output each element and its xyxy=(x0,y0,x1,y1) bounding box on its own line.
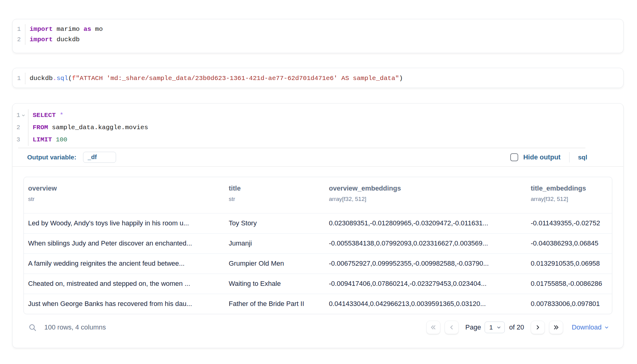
column-name: title_embeddings xyxy=(531,184,612,192)
chevron-down-icon xyxy=(496,325,501,330)
code-token: duckdb xyxy=(53,36,80,43)
column-type: array[f32, 512] xyxy=(329,196,526,202)
code-token: sql xyxy=(56,75,68,82)
code-text: import duckdb xyxy=(30,35,80,45)
table-row: Led by Woody, Andy's toys live happily i… xyxy=(24,213,612,233)
result-table: overviewstrtitlestroverview_embeddingsar… xyxy=(24,177,612,314)
column-type: str xyxy=(229,196,325,202)
fold-spacer xyxy=(21,138,26,142)
line-number: 2 xyxy=(17,35,21,45)
table-cell: -0.040386293,0.06845 xyxy=(526,234,612,253)
table-cell: Father of the Bride Part II xyxy=(224,294,325,314)
code-token: sample_data.kaggle.movies xyxy=(48,124,148,131)
code-line: 2FROM sample_data.kaggle.movies xyxy=(13,122,623,134)
code-token: FROM xyxy=(33,124,48,131)
table-cell: 0.01755858,-0.0086286 xyxy=(526,274,612,294)
hide-output-label[interactable]: Hide output xyxy=(523,153,560,161)
code-editor[interactable]: 1duckdb.sql(f"ATTACH 'md:_share/sample_d… xyxy=(13,68,623,84)
code-token: as xyxy=(83,26,91,33)
code-token: f xyxy=(72,75,76,82)
line-gutter: 1 xyxy=(13,109,28,122)
download-button[interactable]: Download xyxy=(572,323,609,331)
search-icon xyxy=(28,323,37,332)
code-line: 3LIMIT 100 xyxy=(13,134,623,146)
table-cell: When siblings Judy and Peter discover an… xyxy=(24,234,224,253)
chevron-left-icon xyxy=(448,324,455,331)
column-header-overview[interactable]: overviewstr xyxy=(24,184,224,213)
line-number: 3 xyxy=(16,134,20,146)
code-text: FROM sample_data.kaggle.movies xyxy=(33,122,148,134)
code-text: import marimo as mo xyxy=(30,24,103,35)
table-cell: Just when George Banks has recovered fro… xyxy=(24,294,224,314)
code-token xyxy=(56,112,60,119)
column-name: overview_embeddings xyxy=(329,184,526,192)
line-gutter: 2 xyxy=(13,122,28,134)
page-label: Page xyxy=(465,323,481,331)
code-cell-imports: 1import marimo as mo2import duckdb xyxy=(12,19,624,53)
code-token: import xyxy=(30,36,53,43)
table-cell: Led by Woody, Andy's toys live happily i… xyxy=(24,213,224,233)
table-body: Led by Woody, Andy's toys live happily i… xyxy=(24,213,612,314)
line-number: 1 xyxy=(17,24,21,35)
code-text: LIMIT 100 xyxy=(33,134,67,146)
code-line: 1duckdb.sql(f"ATTACH 'md:_share/sample_d… xyxy=(13,73,623,84)
table-cell: A family wedding reignites the ancient f… xyxy=(24,254,224,274)
code-token: import xyxy=(30,26,53,33)
code-token: mo xyxy=(91,26,103,33)
table-cell: -0.0055384138,0.07992093,0.023316627,0.0… xyxy=(325,234,526,253)
search-button[interactable] xyxy=(28,323,37,332)
code-token: 100 xyxy=(56,136,67,143)
line-gutter: 1 xyxy=(13,24,25,35)
language-label[interactable]: sql xyxy=(578,154,587,161)
column-name: title xyxy=(229,184,325,192)
table-cell: 0.007833006,0.097801 xyxy=(526,294,612,314)
code-cell-attach: 1duckdb.sql(f"ATTACH 'md:_share/sample_d… xyxy=(12,68,624,88)
page-select[interactable]: 1 xyxy=(485,322,505,333)
first-page-button[interactable] xyxy=(426,321,440,334)
table-row: Just when George Banks has recovered fro… xyxy=(24,294,612,314)
table-cell: 0.023089351,-0.012809965,-0.03209472,-0.… xyxy=(325,213,526,233)
code-token xyxy=(52,136,56,143)
previous-page-button[interactable] xyxy=(445,321,459,334)
toolbar-divider xyxy=(569,152,570,162)
fold-spacer xyxy=(21,126,26,130)
page-total-label: of 20 xyxy=(509,323,524,331)
code-text: duckdb.sql(f"ATTACH 'md:_share/sample_da… xyxy=(30,73,403,84)
code-token: LIMIT xyxy=(33,136,52,143)
code-token: ) xyxy=(399,75,403,82)
table-cell: Waiting to Exhale xyxy=(224,274,325,294)
output-variable-input[interactable] xyxy=(83,152,116,163)
code-text: SELECT * xyxy=(33,109,64,122)
output-variable-label: Output variable: xyxy=(27,154,76,161)
row-count-summary: 100 rows, 4 columns xyxy=(44,323,106,331)
column-header-title[interactable]: titlestr xyxy=(224,184,325,213)
code-line: 2import duckdb xyxy=(13,35,623,45)
table-cell: -0.011439355,-0.02752 xyxy=(526,213,612,233)
next-page-button[interactable] xyxy=(531,321,545,334)
column-type: str xyxy=(28,196,224,202)
code-editor[interactable]: 1SELECT *2FROM sample_data.kaggle.movies… xyxy=(13,104,623,146)
double-chevron-left-icon xyxy=(430,324,437,331)
code-token: ( xyxy=(68,75,72,82)
column-header-overview_embeddings[interactable]: overview_embeddingsarray[f32, 512] xyxy=(325,184,526,213)
code-token: "ATTACH 'md:_share/sample_data/23b0d623-… xyxy=(76,75,399,82)
table-cell: Toy Story xyxy=(224,213,325,233)
table-row: When siblings Judy and Peter discover an… xyxy=(24,233,612,253)
line-gutter: 1 xyxy=(13,73,25,84)
hide-output-checkbox[interactable] xyxy=(510,153,518,161)
table-cell: -0.009417406,0.07860214,-0.023279453,0.0… xyxy=(325,274,526,294)
table-cell: Jumanji xyxy=(224,234,325,253)
code-line: 1SELECT * xyxy=(13,109,623,122)
column-type: array[f32, 512] xyxy=(531,196,612,202)
last-page-button[interactable] xyxy=(549,321,563,334)
table-cell: 0.0132910535,0.06958 xyxy=(526,254,612,274)
code-token: . xyxy=(53,75,57,82)
line-number: 2 xyxy=(16,122,20,134)
fold-toggle-icon[interactable] xyxy=(21,113,26,118)
table-row: A family wedding reignites the ancient f… xyxy=(24,253,612,274)
chevron-down-icon xyxy=(604,325,609,330)
chevron-right-icon xyxy=(534,324,541,331)
code-editor[interactable]: 1import marimo as mo2import duckdb xyxy=(13,19,623,45)
column-header-title_embeddings[interactable]: title_embeddingsarray[f32, 512] xyxy=(526,184,612,213)
table-cell: Cheated on, mistreated and stepped on, t… xyxy=(24,274,224,294)
